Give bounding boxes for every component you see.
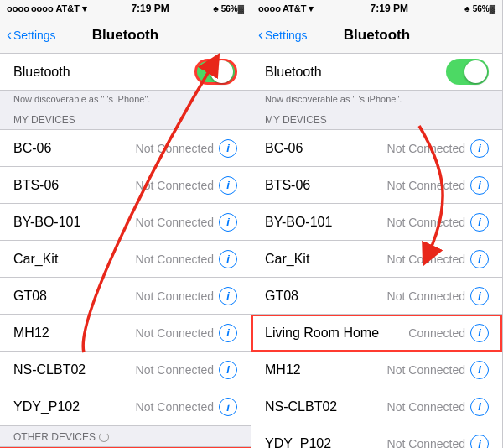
device-name-mh12-left: MH12 — [13, 326, 49, 341]
device-status-mh12-right: Not Connected i — [387, 361, 489, 379]
info-btn-gt08-left[interactable]: i — [219, 287, 237, 305]
status-text-livingroom-right: Connected — [408, 326, 465, 340]
status-text-gt08-right: Not Connected — [387, 289, 465, 303]
info-btn-bts06-left[interactable]: i — [219, 176, 237, 195]
info-btn-livingroom-right[interactable]: i — [470, 324, 489, 342]
device-name-ydy-right: YDY_P102 — [265, 436, 331, 448]
status-left-right: oooo AT&T ▾ — [258, 3, 314, 14]
my-devices-label-right: MY DEVICES — [265, 114, 327, 126]
info-btn-carkit-left[interactable]: i — [219, 250, 237, 268]
status-text-ydy-left: Not Connected — [136, 400, 214, 414]
device-name-gt08-left: GT08 — [13, 289, 47, 304]
status-right-right: ♣ 56%▓ — [464, 4, 495, 13]
toggle-knob-right — [464, 60, 487, 83]
device-row-bc06-right[interactable]: BC-06 Not Connected i — [252, 130, 502, 167]
device-name-mh12-right: MH12 — [265, 362, 301, 378]
chevron-left-icon-right: ‹ — [258, 26, 263, 44]
device-name-ydy-left: YDY_P102 — [13, 399, 80, 414]
device-name-bybo-left: BY-BO-101 — [13, 215, 80, 230]
info-btn-ydy-left[interactable]: i — [219, 398, 237, 416]
info-btn-gt08-right[interactable]: i — [470, 287, 489, 305]
back-button-left[interactable]: ‹ Settings — [7, 27, 56, 44]
device-name-bc06-right: BC-06 — [265, 141, 303, 156]
info-btn-nsclbt-left[interactable]: i — [219, 361, 237, 379]
device-status-carkit-left: Not Connected i — [136, 250, 237, 268]
bt-icon-right: ♣ — [464, 4, 470, 13]
info-btn-bybo-right[interactable]: i — [470, 213, 489, 232]
device-status-bts06-left: Not Connected i — [136, 176, 237, 195]
chevron-left-icon: ‹ — [7, 26, 12, 44]
info-btn-mh12-right[interactable]: i — [470, 361, 489, 379]
status-text-nsclbt-right: Not Connected — [387, 400, 465, 414]
status-text-mh12-right: Not Connected — [387, 363, 465, 377]
device-status-bybo-right: Not Connected i — [387, 213, 489, 232]
status-left: oooo oooo AT&T ▾ — [7, 3, 87, 14]
device-name-gt08-right: GT08 — [265, 289, 298, 304]
device-row-gt08-right[interactable]: GT08 Not Connected i — [252, 278, 502, 315]
status-text-ydy-right: Not Connected — [387, 437, 465, 448]
info-btn-nsclbt-right[interactable]: i — [470, 398, 489, 416]
info-btn-bts06-right[interactable]: i — [470, 176, 489, 195]
device-row-mh12-left[interactable]: MH12 Not Connected i — [0, 315, 251, 352]
device-status-livingroom-right: Connected i — [408, 324, 489, 342]
discoverable-text-right: Now discoverable as " 's iPhone". — [252, 91, 502, 109]
device-row-ydy-right[interactable]: YDY_P102 Not Connected i — [252, 425, 502, 448]
device-status-carkit-right: Not Connected i — [387, 250, 489, 268]
device-name-carkit-left: Car_Kit — [13, 252, 58, 267]
status-text-bybo-left: Not Connected — [136, 216, 214, 229]
device-status-bybo-left: Not Connected i — [136, 213, 237, 232]
info-btn-bc06-left[interactable]: i — [219, 139, 237, 158]
bluetooth-toggle-left[interactable] — [194, 59, 237, 85]
discoverable-text-left: Now discoverable as " 's iPhone". — [0, 91, 251, 109]
device-row-ydy-left[interactable]: YDY_P102 Not Connected i — [0, 388, 251, 425]
status-text-carkit-right: Not Connected — [387, 253, 465, 266]
info-btn-bc06-right[interactable]: i — [470, 139, 489, 158]
device-row-bts06-left[interactable]: BTS-06 Not Connected i — [0, 167, 251, 204]
device-row-nsclbt-right[interactable]: NS-CLBT02 Not Connected i — [252, 388, 502, 425]
info-btn-carkit-right[interactable]: i — [470, 250, 489, 268]
device-row-carkit-right[interactable]: Car_Kit Not Connected i — [252, 241, 502, 278]
device-row-gt08-left[interactable]: GT08 Not Connected i — [0, 278, 251, 315]
device-name-nsclbt-left: NS-CLBT02 — [13, 362, 86, 378]
status-text-bts06-left: Not Connected — [136, 179, 214, 192]
nav-bar-left: ‹ Settings Bluetooth — [0, 17, 251, 54]
back-label-right: Settings — [265, 29, 308, 42]
bluetooth-label-left: Bluetooth — [13, 65, 70, 80]
device-row-bc06-left[interactable]: BC-06 Not Connected i — [0, 130, 251, 167]
device-row-bybo-right[interactable]: BY-BO-101 Not Connected i — [252, 204, 502, 241]
my-devices-header-left: MY DEVICES — [0, 109, 251, 129]
bluetooth-toggle-row-right[interactable]: Bluetooth — [252, 54, 502, 91]
other-devices-label-left: OTHER DEVICES — [13, 431, 96, 443]
device-status-nsclbt-left: Not Connected i — [136, 361, 237, 379]
device-row-mh12-right[interactable]: MH12 Not Connected i — [252, 352, 502, 388]
device-row-bybo-left[interactable]: BY-BO-101 Not Connected i — [0, 204, 251, 241]
device-row-bts06-right[interactable]: BTS-06 Not Connected i — [252, 167, 502, 204]
time-left: 7:19 PM — [131, 3, 169, 14]
device-status-ydy-right: Not Connected i — [387, 435, 489, 448]
device-row-carkit-left[interactable]: Car_Kit Not Connected i — [0, 241, 251, 278]
status-text-mh12-left: Not Connected — [136, 326, 214, 340]
signal-icon: oooo — [7, 3, 29, 13]
device-status-gt08-left: Not Connected i — [136, 287, 237, 305]
status-text-carkit-left: Not Connected — [136, 253, 214, 266]
back-button-right[interactable]: ‹ Settings — [258, 27, 308, 44]
toggle-knob-left — [210, 60, 233, 83]
nav-title-left: Bluetooth — [92, 27, 158, 44]
time-right: 7:19 PM — [371, 3, 408, 14]
info-btn-ydy-right[interactable]: i — [470, 435, 489, 448]
device-name-bts06-right: BTS-06 — [265, 178, 310, 193]
status-text-bc06-right: Not Connected — [387, 142, 465, 155]
bluetooth-toggle-right[interactable] — [446, 59, 489, 85]
status-bar-right: oooo AT&T ▾ 7:19 PM ♣ 56%▓ — [252, 0, 502, 17]
device-row-livingroom-right[interactable]: Living Room Home Connected i — [252, 315, 502, 352]
my-devices-section-left: BC-06 Not Connected i BTS-06 Not Connect… — [0, 129, 251, 426]
battery-icon: 56%▓ — [221, 4, 244, 13]
device-row-nsclbt-left[interactable]: NS-CLBT02 Not Connected i — [0, 352, 251, 388]
device-name-nsclbt-right: NS-CLBT02 — [265, 399, 337, 414]
info-btn-bybo-left[interactable]: i — [219, 213, 237, 232]
right-panel: oooo AT&T ▾ 7:19 PM ♣ 56%▓ ‹ Settings Bl… — [252, 0, 503, 448]
bluetooth-toggle-row-left[interactable]: Bluetooth — [0, 54, 251, 91]
bluetooth-label-right: Bluetooth — [265, 65, 322, 80]
info-btn-mh12-left[interactable]: i — [219, 324, 237, 342]
status-text-bybo-right: Not Connected — [387, 216, 465, 229]
